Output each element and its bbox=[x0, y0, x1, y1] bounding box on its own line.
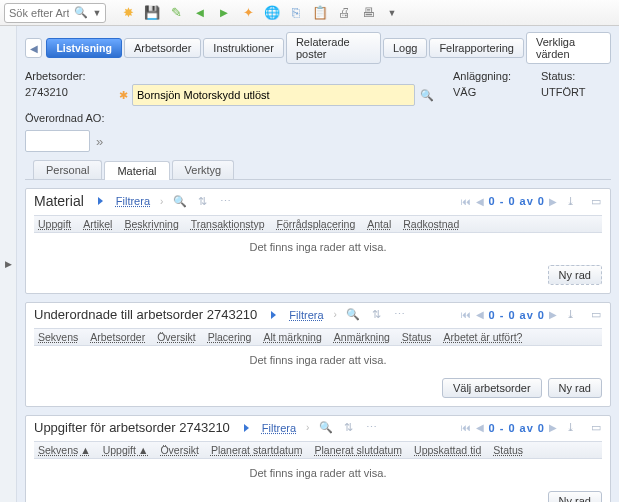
side-rail-expand[interactable]: ▶ bbox=[0, 26, 17, 502]
search-mini-icon[interactable]: 🔍 bbox=[173, 195, 186, 208]
page-next-icon[interactable]: ▶ bbox=[549, 196, 558, 207]
tab-relaterade-poster[interactable]: Relaterade poster bbox=[286, 32, 381, 64]
tasks-panel: Uppgifter för arbetsorder 2743210 Filtre… bbox=[25, 415, 611, 502]
search-icon[interactable]: 🔍 bbox=[73, 5, 89, 21]
col-oversikt[interactable]: Översikt bbox=[157, 331, 196, 343]
refresh-icon[interactable]: ✦ bbox=[240, 5, 256, 21]
expand-icon[interactable]: ▭ bbox=[589, 308, 602, 321]
page-first-icon[interactable]: ⏮ bbox=[461, 196, 472, 207]
search-mini-icon[interactable]: 🔍 bbox=[347, 308, 360, 321]
prev-icon[interactable]: ◄ bbox=[192, 5, 208, 21]
material-pager-text: 0 - 0 av 0 bbox=[489, 195, 545, 207]
tasks-columns: Sekvens▲ Uppgift▲ Översikt Planerat star… bbox=[34, 441, 602, 459]
col-arbetet-utfort[interactable]: Arbetet är utfört? bbox=[444, 331, 523, 343]
select-wo-button[interactable]: Välj arbetsorder bbox=[442, 378, 542, 398]
wo-value: 2743210 bbox=[25, 84, 101, 100]
col-oversikt[interactable]: Översikt bbox=[160, 444, 199, 456]
sub-wo-pager-text: 0 - 0 av 0 bbox=[489, 309, 545, 321]
tasks-title: Uppgifter för arbetsorder 2743210 bbox=[34, 420, 230, 435]
download-icon[interactable]: ⤓ bbox=[564, 195, 577, 208]
cols-mini-icon[interactable]: ⋯ bbox=[365, 421, 378, 434]
col-antal[interactable]: Antal bbox=[367, 218, 391, 230]
menu-caret-icon[interactable]: ▼ bbox=[384, 5, 400, 21]
tab-verkliga-varden[interactable]: Verkliga värden bbox=[526, 32, 611, 64]
sub-wo-columns: Sekvens Arbetsorder Översikt Placering A… bbox=[34, 328, 602, 346]
col-placering[interactable]: Placering bbox=[208, 331, 252, 343]
tab-felrapportering[interactable]: Felrapportering bbox=[429, 38, 524, 58]
col-uppgift[interactable]: Uppgift▲ bbox=[103, 444, 149, 456]
tasks-filter-link[interactable]: Filtrera bbox=[262, 422, 296, 434]
globe-icon[interactable]: 🌐 bbox=[264, 5, 280, 21]
edit-icon[interactable]: ✎ bbox=[168, 5, 184, 21]
cols-mini-icon[interactable]: ⋯ bbox=[393, 308, 406, 321]
col-planerat-slutdatum[interactable]: Planerat slutdatum bbox=[315, 444, 403, 456]
go-icon[interactable]: » bbox=[96, 134, 103, 149]
col-uppgift[interactable]: Uppgift bbox=[38, 218, 71, 230]
page-prev-icon[interactable]: ◀ bbox=[476, 309, 485, 320]
col-status[interactable]: Status bbox=[493, 444, 523, 456]
col-arbetsorder[interactable]: Arbetsorder bbox=[90, 331, 145, 343]
description-input[interactable] bbox=[132, 84, 415, 106]
col-transaktionstyp[interactable]: Transaktionstyp bbox=[191, 218, 265, 230]
tab-logg[interactable]: Logg bbox=[383, 38, 427, 58]
print-icon[interactable]: 🖨 bbox=[336, 5, 352, 21]
col-status[interactable]: Status bbox=[402, 331, 432, 343]
page-prev-icon[interactable]: ◀ bbox=[476, 196, 485, 207]
detail-icon[interactable]: 🔍 bbox=[419, 87, 435, 103]
col-artikel[interactable]: Artikel bbox=[83, 218, 112, 230]
pill-listview[interactable]: Listvisning bbox=[46, 38, 121, 58]
expand-icon[interactable]: ▭ bbox=[589, 421, 602, 434]
col-alt-markning[interactable]: Alt märkning bbox=[263, 331, 321, 343]
col-radkostnad[interactable]: Radkostnad bbox=[403, 218, 459, 230]
subtab-verktyg[interactable]: Verktyg bbox=[172, 160, 235, 179]
subtab-personal[interactable]: Personal bbox=[33, 160, 102, 179]
duplicate-icon[interactable]: ⎘ bbox=[288, 5, 304, 21]
tab-instruktioner[interactable]: Instruktioner bbox=[203, 38, 284, 58]
page-prev-icon[interactable]: ◀ bbox=[476, 422, 485, 433]
subtab-material[interactable]: Material bbox=[104, 161, 169, 180]
search-dropdown-icon[interactable]: ▼ bbox=[89, 5, 105, 21]
sort-mini-icon[interactable]: ⇅ bbox=[342, 421, 355, 434]
col-anmarkning[interactable]: Anmärkning bbox=[334, 331, 390, 343]
download-icon[interactable]: ⤓ bbox=[564, 308, 577, 321]
sort-mini-icon[interactable]: ⇅ bbox=[370, 308, 383, 321]
new-record-icon[interactable]: ✸ bbox=[120, 5, 136, 21]
search-input[interactable] bbox=[5, 7, 73, 19]
col-forradsplacering[interactable]: Förrådsplacering bbox=[276, 218, 355, 230]
material-new-row-button[interactable]: Ny rad bbox=[548, 265, 602, 285]
cols-mini-icon[interactable]: ⋯ bbox=[219, 195, 232, 208]
page-first-icon[interactable]: ⏮ bbox=[461, 309, 472, 320]
sub-wo-pager: ⏮ ◀ 0 - 0 av 0 ▶ bbox=[461, 309, 558, 321]
save-icon[interactable]: 💾 bbox=[144, 5, 160, 21]
col-planerat-startdatum[interactable]: Planerat startdatum bbox=[211, 444, 303, 456]
parent-wo-input[interactable] bbox=[25, 130, 90, 152]
tabs-back[interactable]: ◀ bbox=[25, 38, 42, 58]
material-filter-link[interactable]: Filtrera bbox=[116, 195, 150, 207]
page-next-icon[interactable]: ▶ bbox=[549, 309, 558, 320]
search-mini-icon[interactable]: 🔍 bbox=[319, 421, 332, 434]
material-panel: Material Filtrera › 🔍 ⇅ ⋯ ⏮ ◀ 0 - 0 av 0… bbox=[25, 188, 611, 294]
material-title: Material bbox=[34, 193, 84, 209]
tasks-new-row-button[interactable]: Ny rad bbox=[548, 491, 602, 502]
tab-arbetsorder[interactable]: Arbetsorder bbox=[124, 38, 201, 58]
status-value: UTFÖRT bbox=[541, 84, 611, 100]
report-icon[interactable]: 🖶 bbox=[360, 5, 376, 21]
toolbar-icon-group: ✸ 💾 ✎ ◄ ► ✦ 🌐 ⎘ 📋 🖨 🖶 ▼ bbox=[120, 5, 400, 21]
parent-wo-label: Överordnad AO: bbox=[25, 112, 611, 124]
page-next-icon[interactable]: ▶ bbox=[549, 422, 558, 433]
next-icon[interactable]: ► bbox=[216, 5, 232, 21]
expand-icon[interactable]: ▭ bbox=[589, 195, 602, 208]
page-first-icon[interactable]: ⏮ bbox=[461, 422, 472, 433]
download-icon[interactable]: ⤓ bbox=[564, 421, 577, 434]
col-sekvens[interactable]: Sekvens bbox=[38, 331, 78, 343]
col-sekvens[interactable]: Sekvens▲ bbox=[38, 444, 91, 456]
col-uppskattad-tid[interactable]: Uppskattad tid bbox=[414, 444, 481, 456]
col-beskrivning[interactable]: Beskrivning bbox=[124, 218, 178, 230]
material-empty: Det finns inga rader att visa. bbox=[34, 233, 602, 261]
sort-mini-icon[interactable]: ⇅ bbox=[196, 195, 209, 208]
top-toolbar: 🔍 ▼ ✸ 💾 ✎ ◄ ► ✦ 🌐 ⎘ 📋 🖨 🖶 ▼ bbox=[0, 0, 619, 26]
sub-wo-new-row-button[interactable]: Ny rad bbox=[548, 378, 602, 398]
sub-wo-panel: Underordnade till arbetsorder 2743210 Fi… bbox=[25, 302, 611, 407]
clipboard-icon[interactable]: 📋 bbox=[312, 5, 328, 21]
sub-wo-filter-link[interactable]: Filtrera bbox=[289, 309, 323, 321]
